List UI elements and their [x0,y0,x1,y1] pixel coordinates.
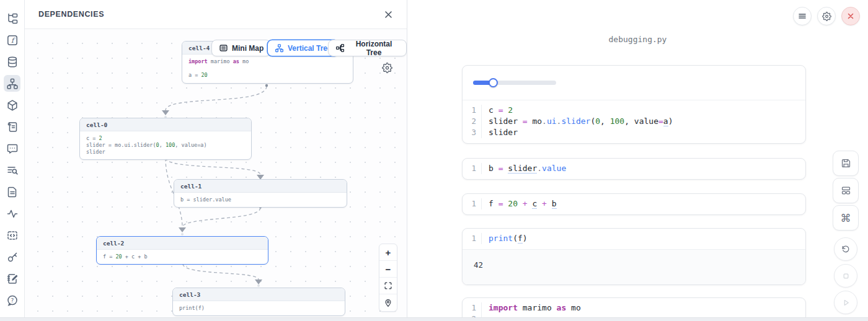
vertical-tree-icon [275,43,284,53]
notebook-area: debugging.py 1c = 22slider = mo.ui.slide… [407,0,868,321]
sidebar-item-dependencies[interactable] [4,75,20,92]
graph-node-cell-3[interactable]: cell-3 print(f) [172,288,345,316]
close-panel-button[interactable] [384,10,393,19]
slider-widget[interactable] [473,78,556,87]
map-pin-icon [384,299,392,307]
dependencies-panel-header: DEPENDENCIES [25,0,407,29]
gear-icon [822,12,831,21]
slider-handle[interactable] [489,78,498,87]
sidebar-item-secrets[interactable] [4,248,20,265]
vertical-tree-label: Vertical Tree [288,44,332,53]
settings-button[interactable] [817,7,836,25]
node-code: print(f) [173,301,345,315]
run-button[interactable] [834,291,857,314]
keyboard-shortcuts-button[interactable]: ⌘ [833,205,859,231]
code-editor[interactable]: 1f = 20 + c + b [463,194,805,214]
center-node-button[interactable] [379,294,397,311]
notebook-cell-slider[interactable]: 1c = 22slider = mo.ui.slider(0, 100, val… [462,65,806,144]
horizontal-tree-icon [335,43,345,53]
menu-button[interactable] [793,7,812,25]
source-handle [265,84,268,87]
node-title: cell-1 [174,180,347,193]
layout-button[interactable] [833,178,859,203]
edge-cell4-cell0 [166,86,267,110]
node-code: import marimo as moa = 20 [182,55,353,82]
code-editor[interactable]: 1c = 22slider = mo.ui.slider(0, 100, val… [463,100,805,143]
notebook-cell-f[interactable]: 1f = 20 + c + b [462,193,806,215]
bottom-status-strip [0,317,868,321]
cell-action-rail: ⌘ [833,151,859,317]
sidebar-item-functions[interactable]: f [4,32,20,48]
sidebar-item-datasources[interactable] [4,53,20,70]
panel-title: DEPENDENCIES [38,10,104,19]
layout-panels-icon [841,185,851,196]
database-icon [6,56,19,68]
horizontal-tree-button[interactable]: Horizontal Tree [328,40,407,56]
close-icon [384,10,393,19]
sidebar-item-scratchpad[interactable] [4,227,20,244]
sidebar-item-packages[interactable] [4,97,20,113]
minimap-icon [219,43,228,53]
graph-settings-button[interactable] [382,63,392,73]
notebook-cell-print[interactable]: 1print(f) 42 [462,228,806,285]
dependencies-icon [6,77,19,90]
graph-zoom-controls: + − [379,244,397,312]
sidebar-item-file-tree[interactable] [4,10,20,27]
notebook-pen-icon [6,273,19,285]
arrowhead [255,279,262,284]
sidebar-item-tracing[interactable] [4,205,20,222]
minimap-button[interactable]: Mini Map [211,40,271,56]
notebook-filename: debugging.py [407,35,868,44]
node-title: cell-2 [97,237,268,250]
save-icon [841,158,851,169]
sidebar-item-chat[interactable] [4,140,20,157]
undo-icon [841,244,851,254]
save-button[interactable] [833,151,859,176]
arrowhead [179,227,186,232]
key-icon [6,251,19,263]
gear-icon [382,63,392,73]
graph-node-cell-2[interactable]: cell-2 f = 20 + c + b [96,236,268,265]
node-code: b = slider.value [174,193,347,207]
dependency-graph-canvas[interactable]: cell-4 import marimo as moa = 20 cell-0 … [25,29,407,321]
zoom-out-button[interactable]: − [379,261,397,278]
graph-node-cell-1[interactable]: cell-1 b = slider.value [174,179,347,208]
list-search-icon [6,164,19,177]
minus-icon: − [386,264,391,275]
code-editor[interactable]: 1print(f) [463,229,805,249]
horizontal-tree-label: Horizontal Tree [348,40,399,57]
svg-text:?: ? [11,297,14,304]
sidebar-item-outline[interactable] [4,162,20,178]
arrowhead [162,110,169,115]
play-icon [841,298,851,307]
helper-panel-rail: f ? [0,0,25,321]
document-icon [6,186,19,198]
stop-icon [841,271,851,281]
stop-button[interactable] [834,264,857,288]
sidebar-item-snippets[interactable] [4,183,20,200]
sidebar-item-logs[interactable] [4,118,20,135]
sidebar-item-notebook[interactable] [4,270,20,287]
package-icon [6,99,19,112]
sidebar-item-help[interactable]: ? [4,292,20,309]
minimap-label: Mini Map [232,44,264,53]
help-icon: ? [6,294,19,307]
file-tree-icon [6,12,19,25]
graph-node-cell-0[interactable]: cell-0 c = 2slider = mo.ui.slider(0, 100… [79,118,252,160]
notebook-cell-b[interactable]: 1b = slider.value [462,158,806,180]
scratch-code-icon [6,229,19,242]
edge-cell2-cell3 [183,264,259,279]
activity-icon [6,208,19,220]
hamburger-icon [798,12,807,20]
fit-view-button[interactable] [379,278,397,294]
target-handle [181,233,184,235]
node-title: cell-0 [80,118,251,131]
zoom-in-button[interactable]: + [379,244,397,261]
undo-button[interactable] [834,237,857,261]
node-title: cell-3 [173,288,345,301]
plus-icon: + [386,247,391,258]
shutdown-button[interactable] [841,7,860,25]
code-editor[interactable]: 1b = slider.value [463,159,805,179]
target-handle [257,284,260,287]
edge-cell1-cell2 [182,208,260,227]
